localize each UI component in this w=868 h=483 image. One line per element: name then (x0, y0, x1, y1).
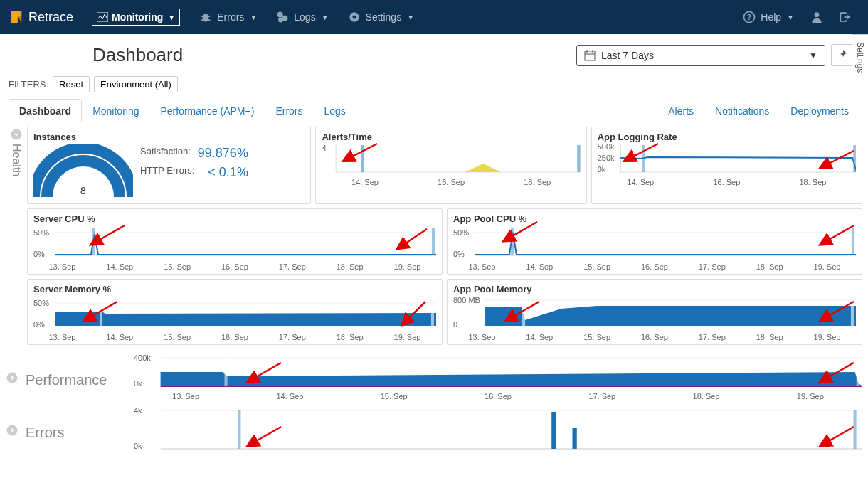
calendar-icon (584, 50, 596, 61)
caret-down-icon: ▼ (168, 14, 175, 21)
pin-icon (837, 49, 847, 59)
panel-title: Server CPU % (33, 213, 436, 224)
nav-help[interactable]: ? Help ▼ (734, 4, 803, 30)
svg-rect-50 (551, 412, 556, 449)
user-icon (810, 10, 824, 24)
svg-marker-1 (18, 16, 22, 23)
pin-button[interactable] (831, 44, 854, 66)
panel-title: Alerts/Time (322, 132, 580, 142)
tab-errors[interactable]: Errors (265, 99, 313, 122)
svg-rect-16 (585, 51, 595, 60)
svg-rect-26 (642, 145, 645, 172)
panel-server-cpu: Server CPU % 50% 0% 13. Sep14. Sep15. Se… (27, 208, 443, 275)
filters-row: FILTERS: Reset Environment (All) (0, 73, 868, 98)
nav-settings[interactable]: Settings ▼ (339, 4, 423, 30)
svg-rect-41 (851, 299, 854, 326)
http-errors-label: HTTP Errors: (140, 165, 194, 180)
svg-rect-30 (92, 228, 95, 255)
collapse-icon[interactable] (10, 128, 23, 141)
filters-label: FILTERS: (9, 79, 48, 90)
instances-count: 8 (33, 185, 133, 196)
logout-icon (838, 10, 852, 24)
panel-title: App Pool Memory (453, 284, 856, 294)
expand-icon[interactable] (6, 424, 18, 437)
caret-down-icon: ▼ (250, 14, 257, 21)
chart-alerts-time: 4 14. Sep16. Sep18. Sep (322, 144, 580, 186)
svg-rect-51 (572, 428, 576, 449)
svg-rect-27 (853, 145, 856, 172)
page-header: Dashboard Last 7 Days ▼ (0, 34, 868, 73)
section-label-performance: Performance (26, 368, 107, 388)
panel-title: App Pool CPU % (453, 213, 856, 224)
expand-icon[interactable] (6, 371, 18, 384)
tabs-row: Dashboard Monitoring Performance (APM+) … (0, 98, 868, 122)
brand: Retrace (9, 9, 73, 25)
tab-apm[interactable]: Performance (APM+) (150, 99, 265, 122)
nav-logs[interactable]: Logs ▼ (267, 4, 337, 30)
svg-rect-46 (857, 358, 859, 386)
svg-point-12 (352, 16, 356, 19)
chart-performance: 400k 0k 13. Sep14. Sep15. Sep16. Sep17. … (134, 355, 862, 400)
panel-app-logging: App Logging Rate 500k 250k 0k 14. Sep16.… (591, 127, 862, 204)
nav-errors[interactable]: Errors ▼ (190, 4, 265, 30)
retrace-logo-icon (9, 9, 24, 25)
svg-rect-45 (224, 358, 227, 386)
panel-server-memory: Server Memory % 50% 0% 13. Sep14. Sep15.… (27, 279, 443, 345)
panel-title: App Logging Rate (598, 132, 856, 142)
svg-point-47 (7, 425, 18, 436)
svg-rect-38 (431, 299, 434, 326)
panel-title: Server Memory % (33, 284, 436, 294)
svg-text:?: ? (747, 13, 752, 21)
gear-icon (347, 10, 361, 24)
svg-rect-31 (432, 228, 435, 255)
caret-down-icon: ▼ (787, 14, 794, 21)
bug-icon (199, 10, 213, 24)
svg-point-10 (278, 18, 283, 23)
panel-alerts-time: Alerts/Time 4 14. Sep16. Sep18. Sep (315, 127, 586, 204)
svg-point-8 (277, 12, 283, 18)
satisfaction-value: 99.876% (198, 146, 248, 161)
top-nav: Retrace Monitoring ▼ Errors ▼ Logs ▼ Set… (0, 0, 868, 34)
dashboard-content: Health Instances 8 Satisfaction:99.876% … (0, 122, 868, 469)
section-errors: Errors 4k 0k (6, 406, 862, 455)
instances-gauge: 8 (33, 144, 133, 201)
section-label-health: Health (10, 144, 23, 176)
chart-app-logging: 500k 250k 0k 14. Sep16. Sep18. Sep (598, 144, 856, 186)
tab-notifications[interactable]: Notifications (704, 99, 780, 122)
nav-monitoring[interactable]: Monitoring ▼ (83, 3, 189, 31)
svg-rect-21 (337, 144, 581, 172)
date-range-label: Last 7 Days (601, 50, 654, 61)
panel-app-pool-cpu: App Pool CPU % 50% 0% 13. Sep14. Sep15. … (447, 208, 862, 275)
chart-server-cpu: 50% 0% 13. Sep14. Sep15. Sep16. Sep17. S… (33, 225, 436, 271)
date-range-picker[interactable]: Last 7 Days ▼ (576, 45, 825, 66)
tab-dashboard[interactable]: Dashboard (9, 99, 82, 122)
svg-point-20 (11, 129, 22, 140)
svg-rect-35 (852, 228, 854, 255)
panel-instances: Instances 8 Satisfaction:99.876% HTTP Er… (27, 127, 311, 204)
satisfaction-label: Satisfaction: (140, 146, 191, 161)
panel-app-pool-memory: App Pool Memory 800 MB 0 13. Sep14. Sep1… (447, 279, 862, 345)
chart-errors: 4k 0k (134, 408, 862, 453)
svg-rect-24 (578, 145, 581, 172)
chart-app-pool-memory: 800 MB 0 13. Sep14. Sep15. Sep16. Sep17.… (453, 296, 856, 341)
tab-logs[interactable]: Logs (314, 99, 356, 122)
filter-reset-button[interactable]: Reset (53, 76, 90, 92)
section-health: Health Instances 8 Satisfaction:99.876% … (6, 127, 862, 349)
svg-rect-34 (511, 228, 514, 255)
side-settings-tab[interactable]: Settings (852, 34, 868, 80)
caret-down-icon: ▼ (407, 14, 414, 21)
filter-environment-button[interactable]: Environment (All) (94, 76, 178, 92)
brand-text: Retrace (28, 10, 73, 25)
nav-logout[interactable] (831, 4, 859, 30)
panel-title: Instances (33, 132, 305, 142)
svg-rect-40 (522, 299, 525, 326)
tab-monitoring[interactable]: Monitoring (82, 99, 149, 122)
monitor-icon (97, 12, 108, 22)
http-errors-value: < 0.1% (208, 165, 248, 180)
help-icon: ? (742, 10, 756, 24)
nav-user[interactable] (803, 4, 831, 30)
svg-rect-52 (238, 410, 240, 449)
tab-alerts[interactable]: Alerts (657, 99, 704, 122)
svg-point-42 (7, 373, 18, 383)
tab-deployments[interactable]: Deployments (780, 99, 859, 122)
